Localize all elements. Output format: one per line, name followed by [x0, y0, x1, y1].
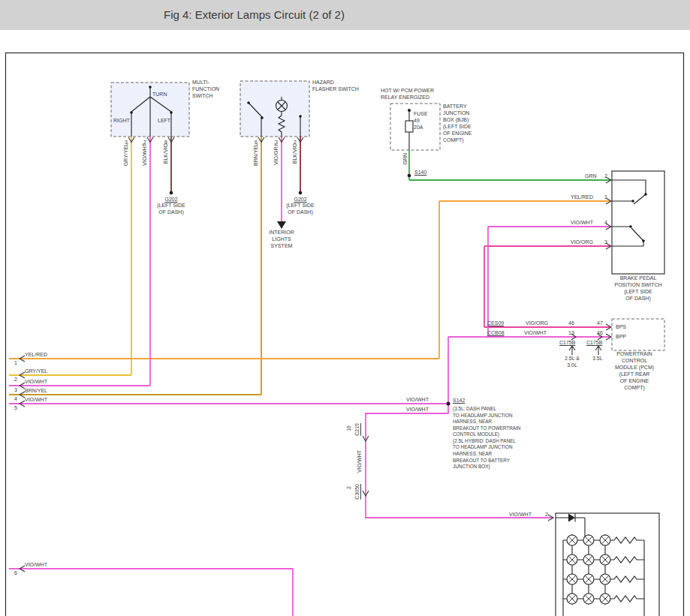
right-label: RIGHT: [113, 118, 130, 125]
edge-wire-5-label: VIO/WHT: [25, 397, 47, 404]
ground-g202-location-2: (LEFT SIDE OF DASH): [278, 203, 323, 216]
edge-wire-2-num: 2: [14, 377, 17, 383]
bjb-label: BATTERY JUNCTION BOX (BJB) (LEFT SIDE OF…: [443, 104, 472, 144]
brake-pedal-switch-label: BRAKE PEDAL POSITION SWITCH (LEFT SIDE O…: [601, 275, 676, 302]
left-label: LEFT: [158, 118, 170, 125]
wiring-diagram-page: Fig 4: Exterior Lamps Circuit (2 of 2): [0, 0, 690, 616]
edge-wire-2-label: GRY/YEL: [25, 368, 47, 375]
ces09-wire-label: VIO/ORG: [526, 320, 548, 327]
component-boxes: [111, 81, 664, 616]
bpps-pin-3: 3: [604, 239, 607, 246]
wire-label-brn-yel: BRN/YEL: [253, 143, 260, 166]
wire-label-blk-vio-2: BLK/VIO: [292, 143, 299, 164]
edge-wire-3-num: 3: [14, 387, 17, 394]
edge-wire-1-num: 1: [14, 360, 17, 367]
bpps-wire-yel-red: YEL/RED: [571, 194, 593, 201]
ccb08-pin-a: 13: [568, 330, 574, 337]
ccb08-wire-label: VIO/WHT: [524, 330, 547, 337]
pcm-bps-label: BPS: [616, 324, 626, 331]
connector-c175b-link-a[interactable]: C175B: [559, 340, 575, 347]
circuit-ccb08-link[interactable]: CCB08: [487, 330, 505, 337]
ces09-pin-a: 46: [568, 320, 574, 327]
bpps-pin-4: 4: [604, 220, 607, 227]
wire-label-gry-yel: GRY/YEL: [123, 143, 130, 166]
edge-wire-4-num: 4: [14, 396, 17, 403]
wire-label-vio-wht-vertical: VIO/WHT: [357, 450, 363, 473]
interior-lights-system-label: INTERIOR LIGHTS SYSTEM: [259, 230, 304, 250]
variant-25-30-label: 2.5L & 3.0L: [558, 356, 586, 369]
rear-lamps-wire-label: VIO/WHT: [509, 512, 532, 518]
circuit-ces09-link[interactable]: CES09: [487, 320, 504, 327]
s142-wire-b-label: VIO/WHT: [406, 407, 429, 413]
ground-g202-location: (LEFT SIDE OF DASH): [149, 203, 194, 216]
edge-wire-6-num: 6: [14, 570, 17, 577]
wire-group-yel-red: [9, 201, 610, 359]
edge-wire-5-num: 5: [14, 405, 17, 412]
pcm-label: POWERTRAIN CONTROL MODULE (PCM) (LEFT RE…: [597, 351, 672, 392]
bpps-wire-grn: GRN: [585, 173, 597, 180]
wire-label-blk-vio: BLK/VIO: [163, 143, 170, 164]
wire-label-grn-vertical: GRN: [402, 153, 409, 165]
pcm-bpp-label: BPP: [616, 334, 626, 341]
connector-c219-link[interactable]: C219: [354, 423, 361, 436]
fuse-49-label: FUSE 49 20A: [414, 111, 428, 131]
wire-group-grn: [409, 150, 610, 180]
c219-pin-16: 16: [346, 425, 353, 431]
connector-c3050-link[interactable]: C3050: [354, 484, 361, 500]
splice-s142-link[interactable]: S142: [453, 398, 465, 404]
hot-feed-label: HOT W/ PCM POWER RELAY ENERGIZED: [381, 88, 434, 101]
brake-pedal-switch-box: [612, 171, 664, 274]
edge-wire-1-label: YEL/RED: [25, 352, 47, 359]
wire-label-vio-wht: VIO/WHT: [142, 143, 149, 166]
edge-wire-3-label: VIO/WHT: [25, 379, 47, 386]
bpps-wire-vio-org: VIO/ORG: [571, 239, 593, 246]
hazard-flasher-switch-box: [240, 81, 309, 137]
multi-function-switch-label: MULTI- FUNCTION SWITCH: [192, 80, 219, 100]
connector-c175b-link-b[interactable]: C175B: [586, 340, 602, 347]
s142-note: (3.5L: DASH PANEL TO HEADLAMP JUNCTION H…: [453, 406, 520, 470]
edge-wire-4-label: BRN/YEL: [25, 388, 47, 395]
bpps-pin-1: 1: [604, 194, 607, 201]
c3050-pin-2: 2: [346, 486, 353, 489]
edge-wire-6-label: VIO/WHT: [25, 562, 47, 569]
ces09-pin-b: 47: [597, 320, 603, 327]
ccb08-pin-b: 46: [597, 330, 603, 337]
bpps-pin-2: 2: [604, 173, 607, 180]
s142-wire-a-label: VIO/WHT: [406, 397, 429, 404]
hazard-flasher-switch-label: HAZARD FLASHER SWITCH: [312, 80, 359, 93]
turn-label: TURN: [152, 92, 167, 98]
wire-group-gry-yel: [9, 137, 131, 375]
rear-lamps-pin: 2: [545, 512, 548, 518]
wire-label-vio-gry: VIO/GRY: [273, 143, 280, 165]
wire-group-vio-org: [484, 246, 610, 327]
bpps-wire-vio-wht: VIO/WHT: [571, 220, 593, 227]
splice-s140-link[interactable]: S140: [414, 170, 426, 176]
